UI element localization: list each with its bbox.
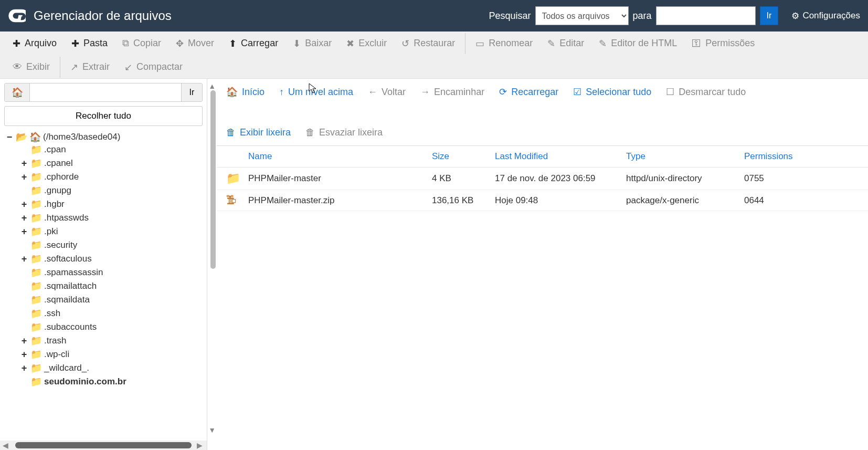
expander-icon[interactable]: + <box>20 336 28 347</box>
folder-icon: 📁 <box>30 171 42 183</box>
search-label: Pesquisar <box>489 11 531 22</box>
gear-icon: ⚙ <box>791 11 799 22</box>
tree-node[interactable]: 📁.security <box>20 239 207 251</box>
move-button[interactable]: ✥Mover <box>168 32 221 55</box>
nav-back-button[interactable]: ←Voltar <box>368 87 406 98</box>
expander-icon[interactable]: + <box>20 199 28 210</box>
nav-forward-label: Encaminhar <box>434 87 484 98</box>
nav-forward-button[interactable]: →Encaminhar <box>420 87 484 98</box>
nav-reload-label: Recarregar <box>511 87 558 98</box>
tree-node[interactable]: +📁.wp-cli <box>20 349 207 360</box>
folder-icon: 📁 <box>30 335 42 347</box>
path-home-button[interactable]: 🏠 <box>5 83 30 101</box>
col-modified-header[interactable]: Last Modified <box>495 151 626 162</box>
select-all-button[interactable]: ☑Selecionar tudo <box>573 86 651 98</box>
rename-button[interactable]: ▭Renomear <box>468 32 540 55</box>
edit-button[interactable]: ✎Editar <box>540 32 591 55</box>
nav-reload-button[interactable]: ⟳Recarregar <box>499 86 558 98</box>
tree-root-node[interactable]: − 📂 🏠 (/home3/basede04) <box>5 131 207 143</box>
restore-button[interactable]: ↺Restaurar <box>394 32 462 55</box>
arrow-up-icon: ↑ <box>279 87 284 98</box>
extract-button[interactable]: ↗Extrair <box>63 55 117 79</box>
eye-icon: 👁 <box>13 61 22 72</box>
toolbar-perm-label: Permissões <box>705 38 755 49</box>
tree-node[interactable]: +📁.hgbr <box>20 198 207 210</box>
col-permissions-header[interactable]: Permissions <box>744 151 807 162</box>
tree-node[interactable]: 📁.cpan <box>20 144 207 155</box>
action-bar: 🏠Início ↑Um nível acima ←Voltar →Encamin… <box>217 79 868 146</box>
scroll-down-icon[interactable]: ▼ <box>208 426 216 434</box>
path-input[interactable] <box>30 83 181 101</box>
permissions-button[interactable]: ⚿Permissões <box>684 32 762 55</box>
nav-home-button[interactable]: 🏠Início <box>226 86 264 98</box>
col-size-header[interactable]: Size <box>432 151 495 162</box>
search-go-button[interactable]: Ir <box>760 6 779 25</box>
tree-node[interactable]: 📁.gnupg <box>20 185 207 196</box>
compress-button[interactable]: ↙Compactar <box>117 55 190 79</box>
show-trash-button[interactable]: 🗑Exibir lixeira <box>226 127 291 138</box>
delete-button[interactable]: ✖Excluir <box>339 32 394 55</box>
tree-node[interactable]: +📁.pki <box>20 226 207 237</box>
empty-trash-button[interactable]: 🗑Esvaziar lixeira <box>305 127 383 138</box>
col-type-header[interactable]: Type <box>626 151 744 162</box>
html-editor-button[interactable]: ✎Editor de HTML <box>591 32 684 55</box>
sidebar-scrollbar[interactable] <box>210 90 216 426</box>
tree-node-label: .cphorde <box>44 172 79 182</box>
scroll-up-icon[interactable]: ▲ <box>208 82 216 90</box>
tree-node[interactable]: 📁.ssh <box>20 308 207 319</box>
expander-icon[interactable]: + <box>20 226 28 237</box>
rename-icon: ▭ <box>475 38 484 49</box>
tree-node[interactable]: 📁.subaccounts <box>20 321 207 333</box>
expander-icon[interactable]: + <box>20 158 28 169</box>
restore-icon: ↺ <box>401 38 409 49</box>
table-row[interactable]: 📁PHPMailer-master4 KB17 de nov. de 2023 … <box>217 168 868 190</box>
expander-icon[interactable]: + <box>20 172 28 183</box>
search-scope-select[interactable]: Todos os arquivos <box>535 6 629 25</box>
home-icon: 🏠 <box>226 86 238 98</box>
settings-button[interactable]: ⚙ Configurações <box>791 11 860 22</box>
expander-icon[interactable]: + <box>20 254 28 265</box>
tree-node[interactable]: +📁.cphorde <box>20 171 207 183</box>
upload-button[interactable]: ⬆Carregar <box>221 32 285 55</box>
copy-button[interactable]: ⧉Copiar <box>115 32 168 55</box>
scroll-left-icon[interactable]: ◀ <box>3 441 10 449</box>
col-name-header[interactable]: Name <box>248 151 432 162</box>
tree-node[interactable]: +📁_wildcard_. <box>20 362 207 374</box>
scroll-right-icon[interactable]: ▶ <box>197 441 204 449</box>
sidebar-hscrollbar[interactable]: ◀ ▶ <box>0 441 207 450</box>
search-input[interactable] <box>656 6 756 25</box>
folder-icon: 📁 <box>30 362 42 374</box>
new-folder-button[interactable]: ✚Pasta <box>64 32 115 55</box>
new-file-button[interactable]: ✚Arquivo <box>5 32 64 55</box>
expander-icon[interactable]: + <box>20 363 28 374</box>
reload-icon: ⟳ <box>499 86 507 98</box>
path-go-button[interactable]: Ir <box>181 83 202 101</box>
nav-up-button[interactable]: ↑Um nível acima <box>279 87 353 98</box>
expander-icon[interactable]: − <box>5 132 14 143</box>
table-row[interactable]: 🗜PHPMailer-master.zip136,16 KBHoje 09:48… <box>217 190 868 211</box>
download-button[interactable]: ⬇Baixar <box>285 32 339 55</box>
hscroll-thumb[interactable] <box>15 442 192 448</box>
folder-icon: 📁 <box>30 185 42 196</box>
plus-icon: ✚ <box>71 38 79 49</box>
view-button[interactable]: 👁Exibir <box>5 55 57 79</box>
expander-icon[interactable]: + <box>20 349 28 360</box>
tree-node[interactable]: 📁.sqmailattach <box>20 280 207 292</box>
folder-icon: 📁 <box>30 349 42 360</box>
cell-size: 4 KB <box>432 173 495 184</box>
tree-node[interactable]: 📁.spamassassin <box>20 267 207 278</box>
tree-node[interactable]: +📁.softaculous <box>20 253 207 265</box>
collapse-all-button[interactable]: Recolher tudo <box>4 106 203 126</box>
tree-node[interactable]: +📁.trash <box>20 335 207 347</box>
tree-node[interactable]: +📁.htpasswds <box>20 212 207 224</box>
app-header: Gerenciador de arquivos Pesquisar Todos … <box>0 0 868 32</box>
expander-icon[interactable]: + <box>20 213 28 224</box>
archive-icon: 🗜 <box>226 194 237 206</box>
unselect-all-button[interactable]: ☐Desmarcar tudo <box>666 86 746 98</box>
toolbar-file-label: Arquivo <box>25 38 57 49</box>
tree-node[interactable]: +📁.cpanel <box>20 158 207 169</box>
tree-node[interactable]: 📁.sqmaildata <box>20 294 207 306</box>
sidebar-scrollbar-thumb[interactable] <box>210 90 216 269</box>
toolbar-move-label: Mover <box>188 38 214 49</box>
tree-node[interactable]: 📁seudominio.com.br <box>20 376 207 388</box>
